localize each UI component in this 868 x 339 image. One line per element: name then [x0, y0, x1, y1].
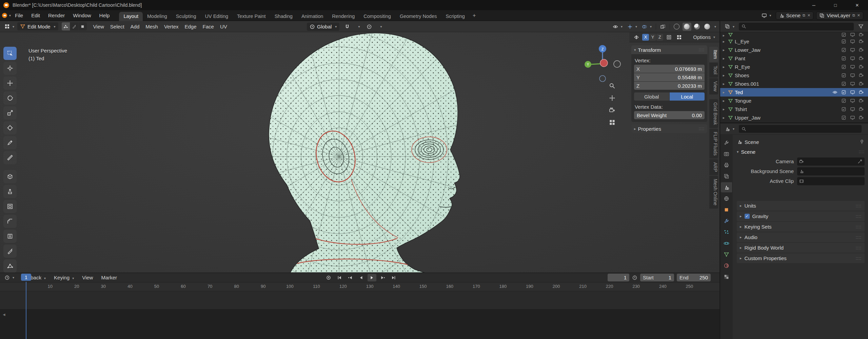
remove-layer-icon[interactable]: ✕ — [857, 13, 860, 18]
panel-grip[interactable]: :::: — [856, 256, 862, 261]
frame-end-field[interactable]: End250 — [677, 274, 711, 281]
knife-tool[interactable] — [3, 245, 17, 258]
edge-select-mode-button[interactable] — [70, 22, 78, 30]
disable-in-renders-icon[interactable] — [859, 98, 864, 103]
active-clip-input[interactable] — [797, 177, 865, 185]
properties-tab-world[interactable] — [721, 193, 732, 204]
sidebar-tab-flip-fluids[interactable]: FLIP Fluids — [709, 129, 718, 159]
outliner-item-lower-jaw[interactable]: ►Lower_Jaw — [720, 46, 868, 54]
panel-grip[interactable]: :::: — [856, 235, 862, 240]
sidebar-tab-tool[interactable]: Tool — [709, 63, 718, 78]
current-frame-field[interactable]: 1 — [608, 274, 629, 281]
new-layer-icon[interactable]: ⧉ — [852, 13, 855, 18]
loop-cut-tool[interactable] — [3, 230, 17, 243]
sidebar-tab-grid-break[interactable]: Grid Break — [709, 99, 718, 128]
orthographic-toggle-icon[interactable] — [609, 119, 615, 126]
blender-menu-button[interactable]: ▾ — [2, 11, 11, 20]
frame-start-field[interactable]: Start1 — [640, 274, 674, 281]
disable-in-renders-icon[interactable] — [859, 81, 864, 86]
close-button[interactable]: ✕ — [846, 0, 868, 10]
panel-grip[interactable]: :::: — [856, 225, 862, 229]
toggle-xray-button[interactable] — [658, 23, 667, 31]
next-keyframe-button[interactable] — [378, 274, 387, 281]
material-preview-button[interactable] — [693, 23, 702, 31]
proportional-editing-toggle[interactable] — [365, 23, 374, 31]
transform-orientation-dropdown[interactable]: Global▾ — [307, 23, 339, 31]
timeline-ruler[interactable]: 1020304050607080901001101201301401501601… — [0, 282, 719, 291]
measure-tool[interactable] — [3, 151, 17, 164]
viewlayer-selector[interactable]: ViewLayer ⧉ ✕ — [816, 12, 863, 20]
maximize-button[interactable]: □ — [825, 0, 846, 10]
viewport-menu-uv[interactable]: UV — [217, 24, 230, 29]
section-audio[interactable]: ▸Audio:::: — [737, 232, 865, 242]
pan-hand-icon[interactable] — [609, 95, 615, 101]
section-units[interactable]: ▸Units:::: — [737, 201, 865, 211]
disable-in-viewports-icon[interactable] — [850, 90, 855, 95]
disable-in-renders-icon[interactable] — [859, 64, 864, 69]
exclude-checkbox[interactable] — [841, 47, 846, 52]
exclude-checkbox[interactable] — [841, 56, 846, 61]
disable-in-renders-icon[interactable] — [859, 56, 864, 61]
disable-in-renders-icon[interactable] — [859, 47, 864, 52]
3d-viewport[interactable]: ▾ Edit Mode▾ ViewSelectAddMeshVertexEdge… — [0, 21, 719, 273]
properties-tab-material[interactable] — [721, 260, 732, 271]
properties-panel-header[interactable]: ▸ Properties :::: — [631, 124, 707, 133]
cursor-tool[interactable] — [3, 62, 17, 75]
new-scene-icon[interactable]: ⧉ — [803, 13, 805, 18]
outliner-item-ted[interactable]: ►Ted — [720, 88, 868, 97]
viewport-menu-edge[interactable]: Edge — [181, 24, 199, 29]
object-visibility-dropdown[interactable]: ▾ — [611, 23, 624, 31]
show-overlays-toggle[interactable]: ▾ — [640, 23, 653, 31]
correct-face-attributes-icon[interactable] — [675, 33, 684, 41]
disable-in-viewports-icon[interactable] — [850, 56, 855, 61]
exclude-checkbox[interactable] — [841, 107, 846, 112]
scene-section-header[interactable]: ▾ Scene :::: — [737, 147, 865, 156]
disable-in-viewports-icon[interactable] — [850, 39, 855, 44]
exclude-checkbox[interactable] — [841, 115, 846, 120]
sidebar-tab-item[interactable]: Item — [709, 47, 718, 62]
bevel-tool[interactable] — [3, 215, 17, 228]
viewport-menu-face[interactable]: Face — [200, 24, 217, 29]
properties-tab-output[interactable] — [721, 160, 732, 170]
workspace-tab-animation[interactable]: Animation — [297, 12, 328, 21]
options-dropdown[interactable]: Options▾ — [691, 33, 717, 41]
rendered-shading-button[interactable] — [703, 23, 712, 31]
auto-merge-icon[interactable] — [665, 33, 673, 41]
playhead-frame-badge[interactable]: 1 — [21, 274, 31, 281]
camera-input[interactable] — [797, 157, 865, 166]
outliner-item-clipped[interactable]: ► — [720, 33, 868, 37]
disable-in-viewports-icon[interactable] — [850, 81, 855, 86]
editor-type-button[interactable]: ▾ — [3, 22, 16, 30]
expand-icon[interactable]: ► — [722, 99, 728, 103]
select-box-tool[interactable] — [3, 47, 17, 60]
jump-to-end-button[interactable] — [389, 274, 398, 281]
jump-to-start-button[interactable] — [335, 274, 344, 281]
section-gravity[interactable]: ▸✓Gravity:::: — [737, 211, 865, 221]
menu-edit[interactable]: Edit — [27, 13, 44, 18]
timeline-editor-type-button[interactable]: ▾ — [3, 274, 16, 282]
snap-toggle[interactable] — [343, 23, 352, 31]
exclude-checkbox[interactable] — [841, 90, 846, 95]
transform-panel-header[interactable]: ▾ Transform :::: — [631, 45, 707, 54]
panel-grip[interactable]: :::: — [856, 214, 862, 219]
bevel-weight-field[interactable]: Bevel Weight 0.00 — [634, 111, 705, 119]
outliner-search-input[interactable] — [739, 23, 854, 30]
annotate-tool[interactable] — [3, 136, 17, 149]
properties-tab-texture[interactable] — [721, 272, 732, 282]
panel-grip[interactable]: :::: — [699, 47, 705, 52]
section-rigid-body-world[interactable]: ▸Rigid Body World:::: — [737, 243, 865, 253]
move-tool[interactable] — [3, 77, 17, 90]
expand-icon[interactable]: ► — [722, 40, 728, 43]
play-reverse-button[interactable] — [357, 274, 366, 281]
properties-tab-physics[interactable] — [721, 238, 732, 248]
mirror-x-toggle[interactable]: X — [642, 34, 649, 41]
expand-icon[interactable]: ► — [722, 57, 728, 60]
timeline-menu-marker[interactable]: Marker — [97, 275, 121, 280]
section-keying-sets[interactable]: ▸Keying Sets:::: — [737, 222, 865, 232]
record-button[interactable] — [324, 274, 333, 281]
outliner-item-upper-jaw[interactable]: ►Upper_Jaw — [720, 113, 868, 122]
disable-in-renders-icon[interactable] — [859, 73, 864, 78]
camera-view-icon[interactable] — [609, 107, 615, 113]
properties-tab-scene[interactable] — [721, 182, 732, 192]
outliner-item-pant[interactable]: ►Pant — [720, 54, 868, 63]
